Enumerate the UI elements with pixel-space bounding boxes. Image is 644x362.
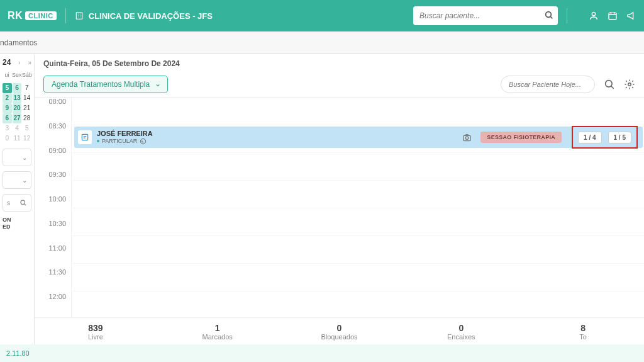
time-slot-label: 10:30 bbox=[35, 220, 66, 244]
whatsapp-icon[interactable] bbox=[140, 138, 147, 145]
calendar-row[interactable] bbox=[72, 264, 644, 291]
day-header: Sex bbox=[12, 72, 21, 78]
announce-icon[interactable] bbox=[626, 11, 636, 21]
calendar-row[interactable] bbox=[72, 236, 644, 264]
tab-label: ndamentos bbox=[0, 38, 37, 47]
mini-cal-day[interactable]: 5 bbox=[22, 123, 31, 133]
calendar-row[interactable] bbox=[72, 208, 644, 236]
search-icon[interactable] bbox=[604, 79, 615, 90]
patient-search-input[interactable] bbox=[413, 6, 558, 25]
sidebar-search[interactable]: s bbox=[3, 194, 31, 212]
sidebar-dropdown-1[interactable]: ⌄ bbox=[3, 149, 31, 166]
mini-cal-day[interactable]: 0 bbox=[3, 133, 12, 144]
mini-cal-day[interactable]: 13 bbox=[13, 93, 22, 103]
mini-cal-day[interactable]: 14 bbox=[22, 93, 31, 103]
calendar-row[interactable] bbox=[72, 98, 644, 125]
mini-cal-day[interactable]: 3 bbox=[3, 123, 12, 133]
svg-rect-0 bbox=[76, 13, 82, 20]
search-patient-today[interactable] bbox=[501, 76, 595, 93]
session-count-2: 1 / 5 bbox=[608, 132, 631, 144]
mini-cal-day[interactable]: 27 bbox=[13, 113, 22, 123]
side-label-l1: ON bbox=[3, 217, 31, 223]
date-label: Quinta-Feira, 05 De Setembro De 2024 bbox=[43, 59, 635, 68]
calendar-body: 08:0008:3009:0009:3010:0010:3011:0011:30… bbox=[35, 97, 644, 317]
chevron-double-right-icon[interactable]: » bbox=[28, 59, 31, 66]
sidebar-filter-label: ON ED bbox=[3, 217, 31, 230]
calendar-row[interactable] bbox=[72, 153, 644, 181]
mini-calendar-header: 24 › » bbox=[3, 58, 31, 67]
search-icon bbox=[19, 199, 27, 206]
session-count-1: 1 / 4 bbox=[578, 132, 601, 144]
user-icon[interactable] bbox=[589, 11, 599, 21]
svg-point-5 bbox=[606, 81, 613, 88]
status-dot-icon bbox=[97, 140, 99, 142]
subheader-tabs: ndamentos bbox=[0, 31, 644, 54]
svg-point-6 bbox=[628, 83, 631, 86]
content-header: Quinta-Feira, 05 De Setembro De 2024 Age… bbox=[35, 54, 644, 97]
calendar-row[interactable] bbox=[72, 181, 644, 208]
appointment-type-icon bbox=[78, 130, 92, 144]
mini-cal-grid[interactable]: 56721314920216272834501112 bbox=[3, 83, 31, 144]
appointment-tag: SESSAO FISIOTERAPIA bbox=[480, 132, 562, 143]
session-count-highlight: 1 / 4 1 / 5 bbox=[572, 126, 638, 149]
mini-cal-day[interactable]: 9 bbox=[3, 103, 12, 113]
time-slot-label: 09:00 bbox=[35, 147, 66, 171]
search-icon[interactable] bbox=[544, 10, 554, 20]
mini-cal-day[interactable]: 2 bbox=[3, 93, 12, 103]
mini-cal-day[interactable]: 11 bbox=[13, 133, 22, 144]
version-footer: 2.11.80 bbox=[0, 344, 644, 362]
appointment[interactable]: JOSÉ FERREIRA PARTICULAR SESSAO FISIOTER… bbox=[74, 127, 643, 148]
mini-cal-day[interactable]: 20 bbox=[13, 103, 22, 113]
time-slot-label: 08:00 bbox=[35, 98, 66, 122]
stat-label: Bloqueados bbox=[279, 333, 401, 341]
mini-cal-row: 62728 bbox=[3, 113, 31, 123]
mini-cal-day[interactable]: 28 bbox=[22, 113, 31, 123]
stat-item: 0Bloqueados bbox=[279, 323, 401, 341]
time-slot-label: 09:30 bbox=[35, 171, 66, 195]
header-divider bbox=[65, 8, 66, 23]
appointment-subtitle: PARTICULAR bbox=[97, 137, 457, 145]
brand-tag: CLINIC bbox=[25, 11, 57, 20]
calendar-row[interactable] bbox=[72, 291, 644, 317]
mini-cal-day[interactable]: 7 bbox=[22, 83, 31, 93]
clinic-selector[interactable]: CLINICA DE VALIDAÇÕES - JFS bbox=[75, 11, 213, 21]
sidebar-dropdown-2[interactable]: ⌄ bbox=[3, 171, 31, 189]
content-header-actions bbox=[501, 76, 635, 93]
event-column[interactable]: JOSÉ FERREIRA PARTICULAR SESSAO FISIOTER… bbox=[71, 98, 644, 317]
camera-icon[interactable] bbox=[462, 133, 472, 142]
mini-cal-title: 24 bbox=[3, 58, 11, 67]
mini-cal-row: 567 bbox=[3, 83, 31, 93]
brand-prefix: RK bbox=[8, 10, 23, 21]
appointment-texts: JOSÉ FERREIRA PARTICULAR bbox=[97, 130, 457, 145]
appointment-patient-name: JOSÉ FERREIRA bbox=[97, 130, 457, 137]
agenda-dropdown[interactable]: Agenda Tratamentos Multipla bbox=[43, 76, 168, 93]
mini-cal-day[interactable]: 21 bbox=[22, 103, 31, 113]
stats-footer: 839Livre1Marcados0Bloqueados0Encaixes8To bbox=[35, 317, 644, 344]
header-actions bbox=[589, 11, 636, 21]
brand-logo: RK CLINIC bbox=[8, 10, 57, 21]
mini-cal-day[interactable]: 6 bbox=[13, 83, 22, 93]
mini-cal-row: 01112 bbox=[3, 133, 31, 144]
stat-item: 8To bbox=[522, 323, 644, 341]
mini-cal-row: 345 bbox=[3, 123, 31, 133]
svg-point-8 bbox=[141, 139, 146, 144]
app-header: RK CLINIC CLINICA DE VALIDAÇÕES - JFS bbox=[0, 0, 644, 31]
svg-point-1 bbox=[546, 12, 552, 18]
patient-search[interactable] bbox=[413, 6, 558, 25]
chevron-right-icon[interactable]: › bbox=[18, 59, 20, 66]
stat-label: Livre bbox=[35, 333, 157, 341]
day-header: Sáb bbox=[22, 72, 31, 78]
mini-cal-day[interactable]: 6 bbox=[3, 113, 12, 123]
stat-label: To bbox=[522, 333, 644, 341]
stat-item: 1Marcados bbox=[157, 323, 279, 341]
mini-cal-day[interactable]: 12 bbox=[22, 133, 31, 144]
calendar-icon[interactable] bbox=[608, 11, 618, 21]
settings-icon[interactable] bbox=[624, 79, 635, 90]
mini-cal-day[interactable]: 4 bbox=[13, 123, 22, 133]
tab-agendamentos[interactable]: ndamentos bbox=[0, 38, 46, 47]
mini-cal-day[interactable]: 5 bbox=[3, 83, 12, 93]
time-slot-label: 10:00 bbox=[35, 195, 66, 220]
svg-rect-7 bbox=[82, 134, 87, 140]
stat-number: 0 bbox=[279, 323, 401, 333]
stat-label: Marcados bbox=[157, 333, 279, 341]
